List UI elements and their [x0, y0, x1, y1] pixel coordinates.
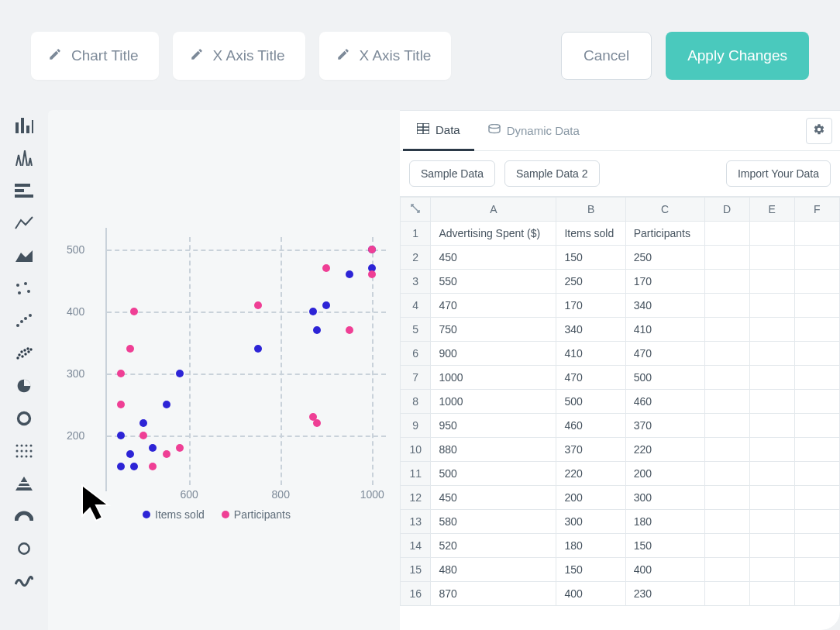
cell[interactable]: 250	[625, 246, 704, 270]
cell[interactable]	[749, 246, 794, 270]
cell[interactable]	[749, 510, 794, 534]
cell[interactable]: 170	[556, 294, 625, 318]
col-header[interactable]: D	[704, 198, 749, 222]
cell[interactable]: 150	[556, 246, 625, 270]
cell[interactable]: 370	[625, 414, 704, 438]
row-number[interactable]: 13	[401, 510, 431, 534]
cell[interactable]	[704, 486, 749, 510]
cell[interactable]: 220	[556, 462, 625, 486]
cell[interactable]	[749, 438, 794, 462]
cell[interactable]	[794, 294, 839, 318]
cell[interactable]	[704, 438, 749, 462]
cell[interactable]	[794, 414, 839, 438]
cell[interactable]	[794, 534, 839, 558]
cell[interactable]	[704, 414, 749, 438]
spike-chart-icon[interactable]	[12, 149, 36, 167]
row-number[interactable]: 10	[401, 438, 431, 462]
col-header[interactable]: B	[556, 198, 625, 222]
cell[interactable]: 220	[625, 438, 704, 462]
cell[interactable]	[704, 510, 749, 534]
cell[interactable]	[794, 510, 839, 534]
cell[interactable]	[749, 582, 794, 606]
donut-chart-icon[interactable]	[12, 409, 36, 428]
cell[interactable]: 250	[556, 270, 625, 294]
cell[interactable]	[749, 486, 794, 510]
scatter-sparse-icon[interactable]	[12, 279, 36, 298]
cell[interactable]: 170	[625, 270, 704, 294]
cell[interactable]	[704, 558, 749, 582]
cell[interactable]	[749, 294, 794, 318]
cell[interactable]: 180	[625, 510, 704, 534]
cell[interactable]	[704, 270, 749, 294]
cell[interactable]	[794, 462, 839, 486]
col-header[interactable]: A	[431, 198, 556, 222]
row-number[interactable]: 6	[401, 342, 431, 366]
row-number[interactable]: 11	[401, 462, 431, 486]
cell[interactable]	[704, 582, 749, 606]
scatter-dense-icon[interactable]	[12, 344, 36, 363]
cell[interactable]	[749, 318, 794, 342]
cell[interactable]	[794, 558, 839, 582]
cell[interactable]	[794, 318, 839, 342]
row-number[interactable]: 8	[401, 390, 431, 414]
row-number[interactable]: 5	[401, 318, 431, 342]
cell[interactable]: 870	[431, 582, 556, 606]
cell[interactable]	[749, 270, 794, 294]
row-number[interactable]: 1	[401, 222, 431, 246]
hbar-chart-icon[interactable]	[12, 181, 36, 200]
cell[interactable]: 900	[431, 342, 556, 366]
cell[interactable]	[749, 558, 794, 582]
apply-button[interactable]: Apply Changes	[666, 32, 809, 80]
cell[interactable]: 550	[431, 270, 556, 294]
cell[interactable]	[749, 462, 794, 486]
cell[interactable]: 200	[556, 486, 625, 510]
cell[interactable]	[704, 342, 749, 366]
cell[interactable]	[704, 294, 749, 318]
data-spreadsheet[interactable]: ABCDEF1Advertising Spent ($)Items soldPa…	[400, 197, 840, 606]
sample-data-1-button[interactable]: Sample Data	[409, 160, 495, 187]
col-header[interactable]: E	[749, 198, 794, 222]
cell[interactable]	[749, 534, 794, 558]
cell[interactable]	[794, 582, 839, 606]
settings-button[interactable]	[806, 118, 832, 144]
col-header[interactable]: F	[794, 198, 839, 222]
cell[interactable]: 950	[431, 414, 556, 438]
chart-title-input[interactable]: Chart Title	[31, 32, 159, 80]
cell[interactable]: 460	[625, 390, 704, 414]
import-data-button[interactable]: Import Your Data	[726, 160, 831, 187]
cell[interactable]: 370	[556, 438, 625, 462]
tab-data[interactable]: Data	[403, 111, 474, 151]
cell[interactable]: 520	[431, 534, 556, 558]
circle-outline-icon[interactable]	[12, 539, 36, 558]
cell[interactable]: 1000	[431, 390, 556, 414]
cell[interactable]: 1000	[431, 366, 556, 390]
dot-grid-icon[interactable]	[12, 442, 36, 460]
cell[interactable]: 400	[625, 558, 704, 582]
row-number[interactable]: 9	[401, 414, 431, 438]
cell[interactable]: 150	[556, 558, 625, 582]
cell[interactable]: 340	[625, 294, 704, 318]
cell[interactable]	[749, 222, 794, 246]
cancel-button[interactable]: Cancel	[561, 32, 652, 80]
cell[interactable]: Advertising Spent ($)	[431, 222, 556, 246]
cell[interactable]: 460	[556, 414, 625, 438]
col-header[interactable]: C	[625, 198, 704, 222]
cell[interactable]: 500	[431, 462, 556, 486]
cell[interactable]: 300	[625, 486, 704, 510]
cell[interactable]: 580	[431, 510, 556, 534]
cell[interactable]	[794, 222, 839, 246]
bar-chart-icon[interactable]	[12, 116, 36, 135]
row-number[interactable]: 7	[401, 366, 431, 390]
cell[interactable]: 470	[625, 342, 704, 366]
area-chart-icon[interactable]	[12, 246, 36, 265]
cell[interactable]: 450	[431, 486, 556, 510]
cell[interactable]: 410	[625, 318, 704, 342]
cell[interactable]: 480	[431, 558, 556, 582]
cell[interactable]: Items sold	[556, 222, 625, 246]
cell[interactable]: 230	[625, 582, 704, 606]
tab-dynamic-data[interactable]: Dynamic Data	[474, 111, 594, 151]
cell[interactable]	[794, 486, 839, 510]
cell[interactable]	[794, 438, 839, 462]
cell[interactable]	[749, 342, 794, 366]
cell[interactable]: 340	[556, 318, 625, 342]
